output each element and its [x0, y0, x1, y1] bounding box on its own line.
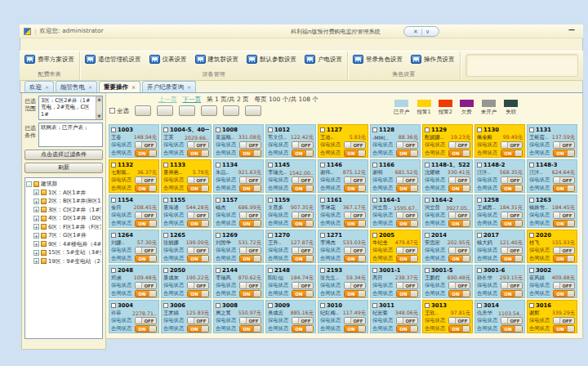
meter-card[interactable]: 3001-5 王鹏程 690.48元 保电状态 OFF 合闸状态 ON: [422, 265, 473, 298]
tree-item-zone[interactable]: + 6区：F区1#井（F区1#: [26, 223, 101, 232]
keep-power-toggle[interactable]: OFF: [292, 141, 314, 149]
keep-power-toggle[interactable]: OFF: [344, 176, 366, 184]
switch-status-toggle[interactable]: ON: [187, 325, 209, 333]
switch-status-toggle[interactable]: ON: [135, 185, 157, 192]
tree-item-zone[interactable]: + 1区：A区1#井: [26, 189, 101, 198]
card-checkbox[interactable]: [320, 163, 325, 167]
switch-status-toggle[interactable]: ON: [239, 185, 261, 192]
meter-card[interactable]: 1003 王春 148.94元 保电状态 OFF 合闸状态 ON: [109, 124, 159, 158]
close-tab-icon[interactable]: ×: [131, 85, 136, 90]
card-checkbox[interactable]: [425, 233, 430, 238]
card-checkbox[interactable]: [111, 303, 116, 308]
pin-icon[interactable]: ✕: [413, 29, 418, 35]
switch-status-toggle[interactable]: ON: [292, 220, 314, 227]
choose-filter-button[interactable]: 点击选择过滤条件: [24, 150, 103, 160]
switch-status-toggle[interactable]: ON: [553, 150, 575, 157]
switch-status-toggle[interactable]: ON: [344, 185, 366, 192]
keep-power-toggle[interactable]: OFF: [553, 141, 575, 149]
switch-status-toggle[interactable]: ON: [396, 255, 418, 262]
card-checkbox[interactable]: [216, 127, 220, 132]
card-checkbox[interactable]: [268, 198, 273, 203]
keep-power-toggle[interactable]: OFF: [501, 176, 523, 184]
switch-status-toggle[interactable]: ON: [187, 290, 209, 297]
keep-power-toggle[interactable]: OFF: [553, 212, 575, 219]
card-checkbox[interactable]: [163, 303, 168, 308]
card-checkbox[interactable]: [372, 198, 377, 203]
card-checkbox[interactable]: [216, 303, 220, 308]
meter-card[interactable]: 1265 张丽娜 199.09元 保电状态 OFF 合闸状态 ON: [161, 230, 212, 263]
meter-card[interactable]: 1146 谢伟.. 875.12元 保电状态 OFF 合闸状态 ON: [318, 159, 368, 193]
meter-card[interactable]: 3006 王发娟 125.83元 保电状态 OFF 合闸状态 ON: [161, 300, 212, 333]
meter-card[interactable]: 1164-1 河立普.. 1595.67.. 保电状态 OFF 合闸状态 ON: [370, 194, 421, 228]
keep-power-toggle[interactable]: OFF: [292, 212, 314, 219]
keep-power-toggle[interactable]: OFF: [396, 141, 418, 149]
tree-item-zone[interactable]: + 15区：5#变站（3#变: [26, 248, 101, 257]
keep-power-toggle[interactable]: OFF: [448, 247, 470, 254]
refresh-button[interactable]: 刷新: [24, 163, 103, 173]
menu-item[interactable]: [100, 44, 114, 46]
switch-status-toggle[interactable]: ON: [396, 325, 418, 333]
switch-status-toggle[interactable]: ON: [501, 290, 523, 297]
document-tab[interactable]: 能管售电 ×: [56, 81, 97, 92]
card-checkbox[interactable]: [111, 127, 116, 132]
meter-card[interactable]: 1134 朱品.. 921.63元 保电状态 OFF 合闸状态 ON: [213, 159, 264, 193]
switch-status-toggle[interactable]: ON: [187, 185, 209, 192]
keep-power-toggle[interactable]: OFF: [396, 247, 418, 254]
meter-card[interactable]: 1157 钱杰 686.99元 保电状态 OFF 合闸状态 ON: [213, 194, 264, 228]
switch-status-toggle[interactable]: ON: [553, 290, 575, 297]
meter-card[interactable]: 2144 李瑞凤 870.62元 保电状态 OFF 合闸状态 ON: [213, 265, 264, 298]
expander-closed-icon[interactable]: +: [33, 224, 39, 230]
scroll-down-icon[interactable]: ▼: [96, 114, 102, 119]
meter-card[interactable]: 1129 配妮娜.. 19.23元 保电状态 OFF 合闸状态 ON: [422, 124, 473, 158]
keep-power-toggle[interactable]: OFF: [344, 141, 366, 149]
keep-power-toggle[interactable]: OFF: [187, 317, 209, 324]
keep-power-toggle[interactable]: OFF: [292, 317, 314, 324]
switch-status-toggle[interactable]: ON: [553, 255, 575, 262]
card-checkbox[interactable]: [268, 268, 273, 273]
card-checkbox[interactable]: [111, 268, 116, 273]
meter-card[interactable]: 3002 崔凤娟 409.88元 保电状态 OFF 合闸状态 ON: [527, 265, 577, 298]
meter-card[interactable]: 3011 纪宏菊 348.06元 保电状态 OFF 合闸状态 ON: [370, 300, 421, 333]
action-button[interactable]: [201, 105, 217, 116]
keep-power-toggle[interactable]: OFF: [239, 247, 261, 254]
meter-card[interactable]: 1148-2 汪洋.. 568.35元 保电状态 OFF 合闸状态 ON: [474, 159, 525, 193]
card-checkbox[interactable]: [216, 268, 220, 273]
meter-card[interactable]: 2050 唐成灰 190.22元 保电状态 OFF 合闸状态 ON: [161, 265, 212, 298]
document-tab[interactable]: 开户纪录查询 ×: [142, 81, 196, 92]
tree-item-zone[interactable]: + 19区：9#变电站（2#: [26, 257, 101, 266]
expander-closed-icon[interactable]: +: [33, 199, 39, 204]
meter-card[interactable]: 3010 纪红梅.. 117.49元 保电状态 OFF 合闸状态 ON: [318, 300, 368, 333]
switch-status-toggle[interactable]: ON: [239, 290, 261, 297]
switch-status-toggle[interactable]: ON: [448, 185, 470, 192]
keep-power-toggle[interactable]: OFF: [135, 282, 157, 289]
switch-status-toggle[interactable]: ON: [135, 150, 157, 157]
meter-card[interactable]: 3014 仇贵华 1103.54.. 保电状态 OFF 合闸状态 ON: [474, 300, 525, 333]
meter-card[interactable]: 1127 王迪.. 5.83元 保电状态 OFF 合闸状态 ON: [318, 124, 368, 158]
minimize-button[interactable]: —: [567, 26, 577, 35]
meter-card[interactable]: 1130 佩金殿 99.49元 保电状态 OFF 合闸状态 ON: [474, 124, 525, 158]
meter-card[interactable]: 2014 安思宏 202.95元 保电状态 OFF 合闸状态 ON: [422, 230, 473, 263]
card-checkbox[interactable]: [529, 198, 534, 203]
keep-power-toggle[interactable]: OFF: [344, 317, 366, 324]
selected-range-box[interactable]: 3区：C区2#井（1#充电，2#充电，C区1# ▲ ▼: [38, 96, 103, 120]
card-checkbox[interactable]: [163, 233, 168, 238]
meter-card[interactable]: 1012 韦文仪.. 122.42元 保电状态 OFF 合闸状态 ON: [265, 124, 316, 158]
switch-status-toggle[interactable]: ON: [553, 325, 575, 333]
card-checkbox[interactable]: [477, 198, 482, 203]
card-checkbox[interactable]: [425, 268, 430, 273]
card-checkbox[interactable]: [477, 303, 482, 308]
select-all-checkbox[interactable]: [109, 108, 115, 114]
keep-power-toggle[interactable]: OFF: [187, 247, 209, 254]
switch-status-toggle[interactable]: ON: [396, 220, 418, 227]
expander-open-icon[interactable]: -: [26, 181, 32, 187]
card-checkbox[interactable]: [320, 268, 325, 273]
meter-card[interactable]: 1131 王银霞.. 137.59元 保电状态 OFF 合闸状态 ON: [527, 124, 577, 158]
switch-status-toggle[interactable]: ON: [187, 220, 209, 227]
switch-status-toggle[interactable]: ON: [292, 255, 314, 262]
meter-card[interactable]: 2005 牛纪全 479.87元 保电状态 OFF 合闸状态 ON: [370, 230, 421, 263]
menu-item[interactable]: [64, 44, 78, 46]
switch-status-toggle[interactable]: ON: [501, 220, 523, 227]
meter-card[interactable]: 1258 王威茜.. 184.31元 保电状态 OFF 合闸状态 ON: [474, 194, 525, 228]
card-checkbox[interactable]: [216, 163, 220, 167]
switch-status-toggle[interactable]: ON: [448, 325, 470, 333]
